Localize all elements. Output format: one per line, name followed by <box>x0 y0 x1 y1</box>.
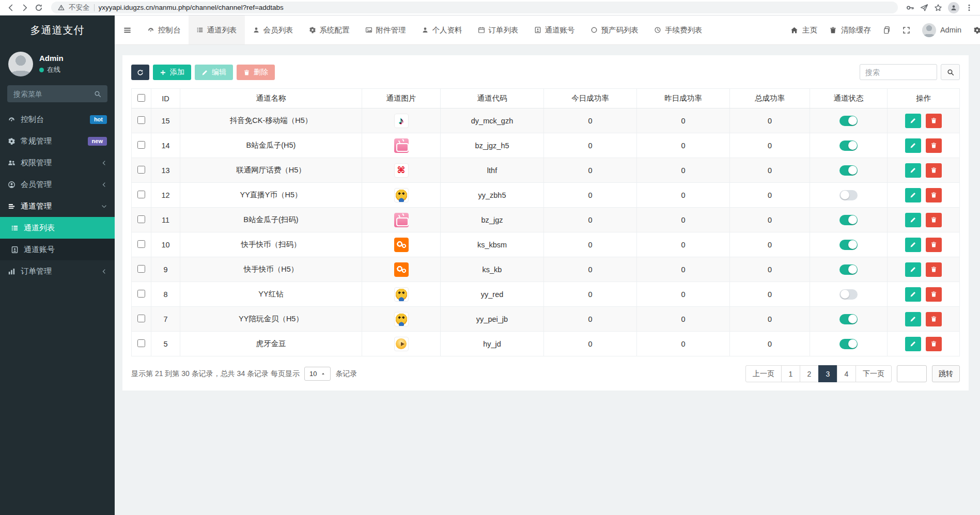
sidebar-item-channel-list[interactable]: 通道列表 <box>0 217 115 239</box>
status-toggle[interactable] <box>839 314 858 324</box>
row-delete-button[interactable] <box>926 188 942 202</box>
cell-id: 15 <box>151 108 180 133</box>
table-search-button[interactable] <box>941 64 960 80</box>
status-toggle[interactable] <box>839 165 858 176</box>
row-delete-button[interactable] <box>926 238 942 252</box>
tab-system-config[interactable]: 系统配置 <box>301 15 357 44</box>
sidebar-item-member[interactable]: 会员管理 <box>0 174 115 195</box>
forward-icon[interactable] <box>21 4 29 12</box>
menu-badge: new <box>88 137 107 146</box>
status-toggle[interactable] <box>839 215 858 225</box>
row-delete-button[interactable] <box>926 287 942 302</box>
back-icon[interactable] <box>7 4 15 12</box>
reload-icon[interactable] <box>35 4 43 12</box>
page-1-button[interactable]: 1 <box>781 365 800 382</box>
row-checkbox[interactable] <box>137 290 145 298</box>
status-toggle[interactable] <box>839 190 858 200</box>
docs-icon[interactable] <box>883 26 891 34</box>
tab-channel-list[interactable]: 通道列表 <box>189 15 245 44</box>
row-edit-button[interactable] <box>905 114 921 128</box>
trash-icon <box>930 241 937 248</box>
row-edit-button[interactable] <box>905 337 921 351</box>
address-bar[interactable]: 不安全 yxyyapi.idugzs.cn/nanmu.php/channel/… <box>51 2 898 13</box>
tab-console[interactable]: 控制台 <box>139 15 189 44</box>
sidebar-item-general[interactable]: 常规管理 new <box>0 130 115 152</box>
tab-profile[interactable]: 个人资料 <box>414 15 470 44</box>
sidebar-item-channel[interactable]: 通道管理 <box>0 195 115 217</box>
status-toggle[interactable] <box>839 289 858 300</box>
row-checkbox[interactable] <box>137 191 145 198</box>
row-edit-button[interactable] <box>905 238 921 252</box>
send-icon[interactable] <box>920 4 928 12</box>
page-size-value: 10 <box>309 370 317 378</box>
row-delete-button[interactable] <box>926 213 942 227</box>
row-edit-button[interactable] <box>905 163 921 178</box>
row-delete-button[interactable] <box>926 262 942 277</box>
edit-button[interactable]: 编辑 <box>195 65 233 80</box>
tab-channel-account[interactable]: 通道账号 <box>526 15 583 44</box>
row-delete-button[interactable] <box>926 337 942 351</box>
row-edit-button[interactable] <box>905 188 921 202</box>
status-toggle[interactable] <box>839 240 858 250</box>
row-edit-button[interactable] <box>905 262 921 277</box>
hamburger-button[interactable] <box>115 15 139 44</box>
browser-profile-avatar[interactable] <box>948 2 959 13</box>
row-checkbox[interactable] <box>137 240 145 248</box>
cell-channel-code: yy_pei_jb <box>441 307 544 332</box>
row-checkbox[interactable] <box>137 166 145 174</box>
status-toggle[interactable] <box>839 116 858 126</box>
select-all-checkbox[interactable] <box>137 94 145 102</box>
row-delete-button[interactable] <box>926 163 942 178</box>
sidebar-item-channel-account[interactable]: 通道账号 <box>0 239 115 260</box>
home-button[interactable]: 主页 <box>790 25 817 35</box>
fullscreen-icon[interactable] <box>903 26 910 34</box>
row-delete-button[interactable] <box>926 312 942 326</box>
row-edit-button[interactable] <box>905 138 921 153</box>
page-prev-button[interactable]: 上一页 <box>745 365 782 382</box>
cell-actions <box>888 133 960 158</box>
row-checkbox[interactable] <box>137 315 145 322</box>
sidebar-item-order[interactable]: 订单管理 <box>0 260 115 282</box>
row-checkbox[interactable] <box>137 116 145 124</box>
row-edit-button[interactable] <box>905 287 921 302</box>
row-edit-button[interactable] <box>905 213 921 227</box>
row-edit-button[interactable] <box>905 312 921 326</box>
bookmark-star-icon[interactable] <box>934 4 942 12</box>
sidebar-item-permission[interactable]: 权限管理 <box>0 152 115 174</box>
clear-cache-button[interactable]: 清除缓存 <box>829 25 871 35</box>
refresh-button[interactable] <box>131 65 149 80</box>
page-size-select[interactable]: 10 <box>304 367 331 381</box>
settings-gear-icon[interactable] <box>973 26 980 34</box>
tab-fee-list[interactable]: 手续费列表 <box>646 15 710 44</box>
delete-button[interactable]: 删除 <box>237 65 275 80</box>
tab-precode-list[interactable]: 预产码列表 <box>583 15 647 44</box>
tab-attachment[interactable]: 附件管理 <box>357 15 414 44</box>
tab-member-list[interactable]: 会员列表 <box>245 15 301 44</box>
add-button[interactable]: 添加 <box>153 65 191 80</box>
trash-icon <box>930 216 937 223</box>
page-2-button[interactable]: 2 <box>800 365 819 382</box>
jump-button[interactable]: 跳转 <box>932 365 960 382</box>
page-next-button[interactable]: 下一页 <box>855 365 892 382</box>
table-search-input[interactable] <box>860 64 937 80</box>
row-checkbox[interactable] <box>137 141 145 149</box>
pencil-icon <box>910 241 916 248</box>
status-toggle[interactable] <box>839 339 858 349</box>
row-delete-button[interactable] <box>926 114 942 128</box>
online-dot <box>39 68 44 72</box>
sidebar-item-console[interactable]: 控制台 hot <box>0 108 115 130</box>
page-3-button[interactable]: 3 <box>818 365 837 382</box>
page-4-button[interactable]: 4 <box>837 365 856 382</box>
key-icon[interactable] <box>906 4 914 12</box>
row-delete-button[interactable] <box>926 138 942 153</box>
status-toggle[interactable] <box>839 264 858 275</box>
row-checkbox[interactable] <box>137 339 145 347</box>
sidebar-search-input[interactable] <box>13 90 90 98</box>
row-checkbox[interactable] <box>137 265 145 273</box>
browser-menu-icon[interactable] <box>965 4 973 12</box>
row-checkbox[interactable] <box>137 215 145 223</box>
tab-order-list[interactable]: 订单列表 <box>470 15 526 44</box>
user-menu[interactable]: Admin <box>922 23 961 37</box>
status-toggle[interactable] <box>839 141 858 151</box>
jump-page-input[interactable] <box>897 365 927 382</box>
